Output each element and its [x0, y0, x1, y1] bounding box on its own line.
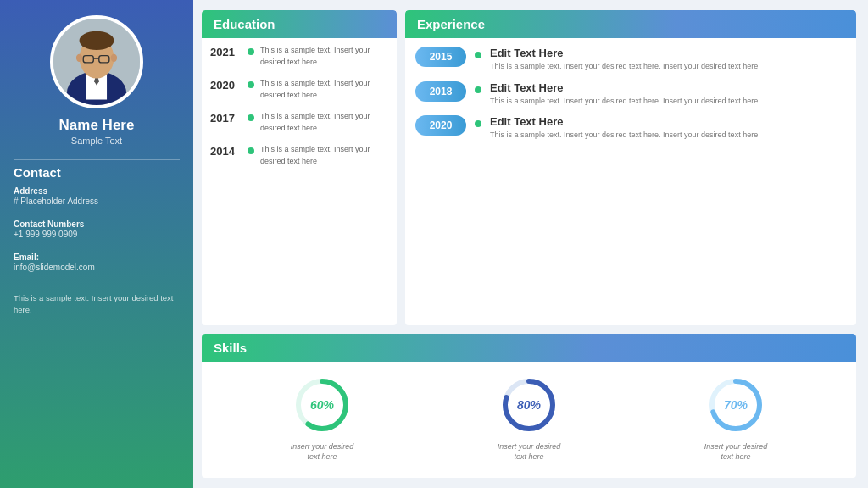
exp-title-1: Edit Text Here: [490, 81, 846, 94]
edu-item-2021: 2021 This is a sample text. Insert your …: [210, 45, 388, 68]
edu-item-2014: 2014 This is a sample text. Insert your …: [210, 144, 388, 167]
exp-badge-0: 2015: [415, 47, 466, 67]
profile-subtitle: Sample Text: [71, 136, 122, 146]
skill-item-0: 60% Insert your desiredtext here: [291, 375, 354, 463]
svg-point-6: [80, 31, 114, 50]
education-timeline: 2021 This is a sample text. Insert your …: [202, 38, 397, 167]
skills-panel: Skills 60% Insert your desiredtext here: [202, 334, 856, 478]
exp-item-2020: 2020 Edit Text Here This is a sample tex…: [415, 115, 846, 141]
exp-desc-1: This is a sample text. Insert your desir…: [490, 96, 846, 108]
education-panel: Education 2021 This is a sample text. In…: [202, 10, 397, 325]
edu-item-2020: 2020 This is a sample text. Insert your …: [210, 78, 388, 101]
edu-dot-0: [248, 48, 254, 55]
divider-3: [14, 247, 180, 247]
edu-dot-1: [248, 81, 254, 88]
experience-list: 2015 Edit Text Here This is a sample tex…: [405, 38, 856, 141]
edu-year-1: 2020: [210, 78, 242, 92]
edu-text-2: This is a sample text. Insert your desir…: [260, 111, 388, 134]
bottom-row: Skills 60% Insert your desiredtext here: [202, 334, 856, 478]
exp-desc-0: This is a sample text. Insert your desir…: [490, 61, 846, 73]
edu-text-3: This is a sample text. Insert your desir…: [260, 144, 388, 167]
main-content: Education 2021 This is a sample text. In…: [193, 0, 868, 488]
edu-dot-3: [248, 147, 254, 154]
contact-section: Contact Address # Placeholder Address Co…: [14, 165, 180, 286]
exp-content-1: Edit Text Here This is a sample text. In…: [490, 81, 846, 108]
exp-badge-1: 2018: [415, 81, 466, 102]
edu-item-2017: 2017 This is a sample text. Insert your …: [210, 111, 388, 134]
experience-header: Experience: [405, 10, 856, 38]
skills-header: Skills: [202, 334, 856, 362]
divider-4: [14, 280, 180, 280]
edu-year-0: 2021: [210, 45, 242, 58]
svg-point-11: [111, 54, 117, 62]
contact-title: Contact: [14, 165, 180, 180]
skill-pct-0: 60%: [310, 398, 334, 412]
experience-panel: Experience 2015 Edit Text Here This is a…: [405, 10, 856, 325]
edu-year-3: 2014: [210, 144, 242, 158]
exp-dot-1: [475, 86, 481, 93]
skill-label-0: Insert your desiredtext here: [291, 441, 354, 463]
sidebar-description: This is a sample text. Insert your desir…: [14, 292, 180, 317]
skill-circle-2: 70%: [706, 375, 765, 435]
contact-address: Address # Placeholder Address: [14, 186, 180, 208]
contact-phone: Contact Numbers +1 999 999 0909: [14, 219, 180, 241]
top-row: Education 2021 This is a sample text. In…: [202, 10, 856, 325]
exp-content-2: Edit Text Here This is a sample text. In…: [490, 115, 846, 141]
svg-point-10: [76, 54, 82, 62]
skills-content: 60% Insert your desiredtext here 80% Ins…: [202, 362, 856, 469]
profile-name: Name Here: [59, 117, 135, 134]
sidebar: Name Here Sample Text Contact Address # …: [0, 0, 193, 488]
exp-dot-0: [475, 52, 481, 58]
edu-text-0: This is a sample text. Insert your desir…: [260, 45, 388, 68]
exp-desc-2: This is a sample text. Insert your desir…: [490, 130, 846, 141]
exp-content-0: Edit Text Here This is a sample text. In…: [490, 47, 846, 73]
avatar: [50, 15, 143, 108]
skill-circle-0: 60%: [292, 375, 352, 435]
exp-item-2018: 2018 Edit Text Here This is a sample tex…: [415, 81, 846, 108]
exp-title-2: Edit Text Here: [490, 115, 846, 128]
exp-title-0: Edit Text Here: [490, 47, 846, 59]
edu-dot-2: [248, 114, 254, 121]
exp-badge-2: 2020: [415, 115, 466, 136]
skill-label-2: Insert your desiredtext here: [704, 441, 768, 463]
skill-label-1: Insert your desiredtext here: [498, 441, 561, 463]
skill-pct-2: 70%: [724, 398, 748, 412]
edu-text-1: This is a sample text. Insert your desir…: [260, 78, 388, 101]
education-header: Education: [202, 10, 397, 38]
divider-2: [14, 214, 180, 214]
exp-dot-2: [475, 120, 481, 127]
contact-email: Email: info@slidemodel.com: [14, 252, 180, 274]
divider-1: [14, 159, 180, 160]
exp-item-2015: 2015 Edit Text Here This is a sample tex…: [415, 47, 846, 73]
skill-item-2: 70% Insert your desiredtext here: [704, 375, 768, 463]
skill-item-1: 80% Insert your desiredtext here: [498, 375, 561, 463]
skill-circle-1: 80%: [499, 375, 559, 435]
edu-year-2: 2017: [210, 111, 242, 125]
skill-pct-1: 80%: [517, 398, 541, 412]
